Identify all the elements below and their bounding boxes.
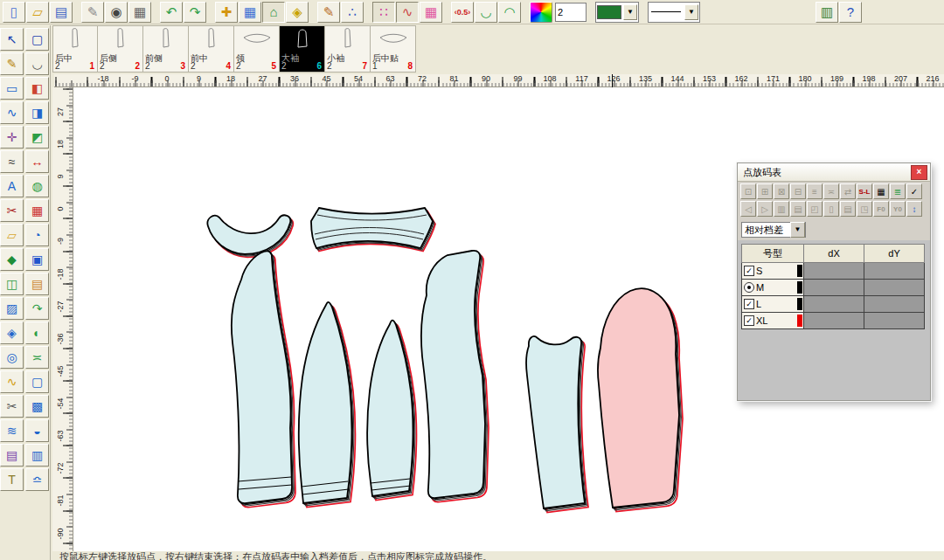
new-button[interactable]: ▯: [3, 2, 25, 23]
dy-cell[interactable]: [864, 263, 925, 280]
piece-tab-后中贴[interactable]: 后中贴18: [371, 25, 416, 73]
spiral-tool[interactable]: ◎: [0, 346, 24, 369]
close-icon[interactable]: ×: [911, 165, 927, 180]
flap-pocket-tool[interactable]: ▤: [25, 273, 49, 295]
smile-curve-button[interactable]: ◡: [475, 2, 497, 23]
measure-button[interactable]: ✚: [215, 2, 238, 23]
open-button[interactable]: ▱: [26, 2, 49, 23]
corner-copy2-icon[interactable]: ◳: [857, 201, 872, 217]
lock-button[interactable]: ◈: [286, 2, 309, 23]
sl-range-icon[interactable]: S-L: [857, 183, 872, 199]
rectangle-tool[interactable]: ▭: [0, 77, 24, 100]
paired-piece-tool[interactable]: ◒: [25, 419, 49, 442]
dx-cell[interactable]: [804, 313, 864, 329]
stitch-wave-tool[interactable]: ≋: [0, 419, 24, 442]
size-radio[interactable]: [744, 282, 754, 293]
table-icon[interactable]: ▦: [873, 183, 889, 199]
curve-chart-button[interactable]: ∿: [396, 2, 419, 23]
rotate-cut-tool[interactable]: ✂: [0, 199, 24, 222]
plotter-button[interactable]: ▦: [128, 2, 151, 23]
piece-button[interactable]: ⌂: [262, 2, 285, 23]
dy-cell[interactable]: [864, 313, 925, 329]
pencil-tool[interactable]: ✎: [0, 52, 24, 75]
piece-tab-小袖[interactable]: 小袖27: [325, 25, 371, 73]
x-lines-icon[interactable]: ▥: [774, 201, 789, 217]
copy-x-icon[interactable]: ⊠: [774, 183, 789, 199]
pair-lines-icon[interactable]: ▯: [823, 201, 839, 217]
auto-grade-icon[interactable]: ↕: [906, 201, 922, 217]
window-button[interactable]: ▦: [239, 2, 261, 23]
airbrush-button[interactable]: ✎: [81, 2, 104, 23]
frown-curve-button[interactable]: ◠: [498, 2, 521, 23]
scissors-tool[interactable]: ✂: [0, 395, 24, 418]
film-button[interactable]: ▥: [816, 2, 838, 23]
select-tool[interactable]: ↖: [0, 28, 24, 51]
piece-tab-前侧[interactable]: 前侧23: [143, 25, 189, 73]
y-lines-icon[interactable]: ▤: [790, 201, 806, 217]
width-measure-tool[interactable]: ↔: [25, 150, 49, 173]
next-point-icon[interactable]: ▷: [757, 201, 773, 217]
prev-point-icon[interactable]: ◁: [740, 201, 756, 217]
half-unit-button[interactable]: ‹0.5›: [451, 2, 474, 23]
size-checkbox[interactable]: ✓: [744, 266, 754, 276]
grade-mode-select[interactable]: 相对档差 ▼: [741, 222, 806, 238]
wave-tool[interactable]: ∿: [0, 370, 24, 393]
grid-chart-button[interactable]: ▦: [420, 2, 442, 23]
rect-select-tool[interactable]: ▢: [25, 28, 49, 51]
dx-cell[interactable]: [804, 296, 864, 313]
dx-cell[interactable]: [804, 280, 864, 296]
compare-piece-tool[interactable]: ◐: [25, 321, 49, 344]
corner-copy-icon[interactable]: ◰: [807, 201, 823, 217]
piece-check-tool[interactable]: ◩: [25, 126, 49, 149]
button-tool[interactable]: ◍: [25, 175, 49, 197]
pattern-piece-collar[interactable]: [207, 215, 293, 257]
grading-dialog-titlebar[interactable]: 点放码表 ×: [738, 163, 930, 182]
check-icon[interactable]: ✓: [906, 183, 922, 199]
dx-cell[interactable]: [804, 263, 864, 280]
pattern-piece-big-sleeve[interactable]: [598, 288, 683, 511]
line-style-select[interactable]: ▼: [648, 2, 700, 23]
pattern-piece-front-center[interactable]: [421, 251, 489, 502]
pattern-piece-back-center[interactable]: [232, 251, 295, 507]
y-zero-icon[interactable]: Y0: [890, 201, 906, 217]
size-checkbox[interactable]: ✓: [744, 315, 754, 326]
undo-button[interactable]: ↶: [160, 2, 183, 23]
piece-tab-大袖[interactable]: 大袖26: [280, 25, 325, 73]
size-checkbox[interactable]: ✓: [744, 299, 754, 309]
scatter-chart-button[interactable]: ∷: [372, 2, 395, 23]
piece-tab-领[interactable]: 领25: [234, 25, 280, 73]
chevron-down-icon[interactable]: ▼: [623, 4, 637, 20]
curtain-tool[interactable]: ≏: [25, 468, 49, 491]
y-lines2-icon[interactable]: ▤: [840, 201, 856, 217]
move-piece-tool[interactable]: ↷: [25, 297, 49, 320]
brush-button[interactable]: ✎: [317, 2, 340, 23]
redo-button[interactable]: ↷: [184, 2, 206, 23]
piece-tab-后中[interactable]: 后中21: [52, 25, 98, 73]
line-color-select[interactable]: ▼: [595, 2, 639, 23]
t-square-tool[interactable]: T: [0, 468, 24, 491]
piece-tab-后侧[interactable]: 后侧22: [98, 25, 143, 73]
snap-point-tool[interactable]: ✛: [0, 126, 24, 149]
paste-grade-icon[interactable]: ⊞: [757, 183, 773, 199]
save-button[interactable]: ▤: [50, 2, 73, 23]
notch-piece-tool[interactable]: ◧: [25, 77, 49, 100]
panel-piece-tool[interactable]: ◨: [25, 101, 49, 124]
curve-pair-tool[interactable]: ≈: [0, 150, 24, 173]
rounded-rect-tool[interactable]: ▢: [25, 370, 49, 393]
text-tool[interactable]: A: [0, 175, 24, 197]
copy-grade-icon[interactable]: ⊡: [740, 183, 756, 199]
equal-grade-icon[interactable]: ≡: [807, 183, 823, 199]
pattern-piece-front-side[interactable]: [367, 321, 416, 501]
curve-piece-tool[interactable]: ◔: [25, 224, 49, 246]
list-icon[interactable]: ≣: [890, 183, 906, 199]
sewing-machine-tool[interactable]: ▣: [25, 248, 49, 271]
seam-measure-tool[interactable]: ≍: [25, 346, 49, 369]
pleat-tool[interactable]: ◈: [0, 321, 24, 344]
tote-tool[interactable]: ◆: [0, 248, 24, 271]
distribute-grade-icon[interactable]: ≍: [823, 183, 839, 199]
paste-y-icon[interactable]: ⊟: [790, 183, 806, 199]
line-width-input[interactable]: [555, 3, 587, 22]
dashed-piece-tool[interactable]: ▥: [25, 444, 49, 467]
pattern-piece-small-sleeve[interactable]: [526, 336, 588, 512]
dy-cell[interactable]: [864, 280, 925, 296]
